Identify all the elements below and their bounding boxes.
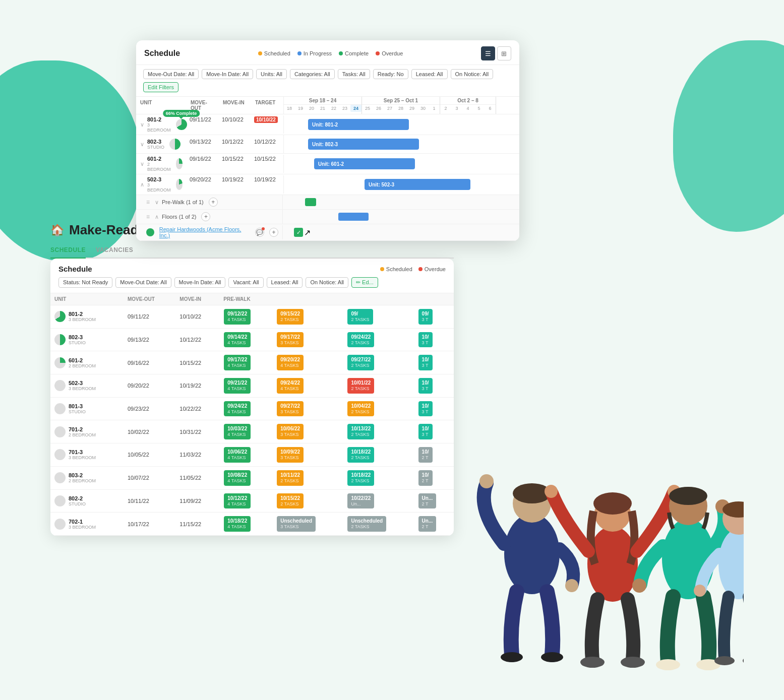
unit-cell-9: 702-1 3 BEDROOM xyxy=(50,513,124,536)
col6-chip-2[interactable]: 09/27/22 2 TASKS xyxy=(347,355,374,370)
prewalk-add-btn[interactable]: + xyxy=(209,198,218,207)
day-1: 1 xyxy=(429,105,440,112)
col6-chip-0[interactable]: 09/ 2 TASKS xyxy=(347,309,373,325)
prewalk-chip-7[interactable]: 10/08/22 4 TASKS xyxy=(224,470,251,486)
prewalk-chip-2[interactable]: 09/17/22 4 TASKS xyxy=(224,355,251,370)
prewalk-chip-3[interactable]: 09/21/22 4 TASKS xyxy=(224,378,251,394)
prewalk-chip-5[interactable]: 10/03/22 4 TASKS xyxy=(224,424,251,439)
house-icon: 🏠 xyxy=(50,224,64,237)
col7-chip-7[interactable]: 10/ 2 T xyxy=(418,470,433,486)
filter-ready[interactable]: Ready: No xyxy=(373,69,408,79)
lower-legend: Scheduled Overdue xyxy=(380,266,446,272)
col6-chip-6[interactable]: 10/18/22 2 TASKS xyxy=(347,447,374,463)
col6-chip-7[interactable]: 10/18/22 2 TASKS xyxy=(347,470,374,486)
th-unit: Unit xyxy=(50,293,124,305)
col7-chip-0[interactable]: 09/ 3 T xyxy=(418,309,433,325)
col6-chip-8[interactable]: 10/22/22 Un... xyxy=(347,493,374,509)
list-view-btn[interactable]: ☰ xyxy=(481,46,495,60)
col5-chip-5[interactable]: 10/06/22 3 TASKS xyxy=(277,424,304,439)
col6-chip-4[interactable]: 10/04/22 2 TASKS xyxy=(347,401,374,417)
moveout-502-3: 09/20/22 xyxy=(187,174,219,195)
lower-legend-scheduled-label: Scheduled xyxy=(386,266,412,272)
drag-handle-prewalk[interactable]: ≡ xyxy=(146,199,150,206)
moveout-cell-9: 10/17/22 xyxy=(124,513,175,536)
filter-movein[interactable]: Move-In Date: All xyxy=(202,69,253,79)
progress-badge-801-2: 66% Complete xyxy=(163,110,200,117)
col5-chip-6[interactable]: 10/09/22 3 TASKS xyxy=(277,447,304,463)
unit-name-9: 702-1 xyxy=(69,519,96,525)
movein-cell-7: 11/05/22 xyxy=(175,466,219,489)
filter-categories[interactable]: Categories: All xyxy=(290,69,335,79)
col5-chip-3[interactable]: 09/24/22 4 TASKS xyxy=(277,378,304,394)
filter-moveout[interactable]: Move-Out Date: All xyxy=(143,69,199,79)
lower-filter-leased[interactable]: Leased: All xyxy=(267,277,303,288)
th-movein: Move-In xyxy=(175,293,219,305)
tab-vacancies[interactable]: VACANCIES xyxy=(96,242,133,259)
top-legend: Scheduled In Progress Complete Overdue xyxy=(258,50,403,56)
repair-add-btn[interactable]: + xyxy=(269,228,278,237)
filter-units[interactable]: Units: All xyxy=(256,69,287,79)
col7-chip-3[interactable]: 10/ 3 T xyxy=(418,378,433,394)
activity-btn[interactable]: 💬 xyxy=(255,228,264,237)
col7-chip-1[interactable]: 10/ 3 T xyxy=(418,332,433,348)
gantt-row-802-3: ∨ 802-3 STUDIO 09/13/22 10/12/22 10/12/2… xyxy=(136,135,519,154)
tab-schedule[interactable]: SCHEDULE xyxy=(50,242,86,259)
col5-chip-8[interactable]: 10/15/22 2 TASKS xyxy=(277,493,304,509)
unit-cell-801-2: ∨ 801-2 3 BEDROOM 66% Complete xyxy=(136,114,187,135)
unit-type-0: 3 BEDROOM xyxy=(69,317,96,322)
unit-type-601-2: 2 BEDROOM xyxy=(147,162,171,172)
grid-view-btn[interactable]: ⊞ xyxy=(497,46,511,60)
prewalk-chip-9[interactable]: 10/18/22 4 TASKS xyxy=(224,516,251,532)
col7-chip-2[interactable]: 10/ 3 T xyxy=(418,355,433,370)
svg-point-17 xyxy=(632,579,646,593)
day-30: 30 xyxy=(417,105,429,112)
col7-chip-4[interactable]: 10/ 3 T xyxy=(418,401,433,417)
col5-chip-7[interactable]: 10/11/22 2 TASKS xyxy=(277,470,304,486)
filter-on-notice[interactable]: On Notice: All xyxy=(451,69,494,79)
lower-card-title: Schedule xyxy=(58,265,92,273)
week-label-sep25: Sep 25 – Oct 1 xyxy=(362,97,440,105)
edit-filters-btn[interactable]: Edit Filters xyxy=(143,82,178,92)
filter-tasks[interactable]: Tasks: All xyxy=(338,69,370,79)
prewalk-chip-4[interactable]: 09/24/22 4 TASKS xyxy=(224,401,251,417)
floors-add-btn[interactable]: + xyxy=(201,212,210,221)
lower-filter-movein[interactable]: Move-In Date: All xyxy=(174,277,226,288)
th-col6 xyxy=(343,293,413,305)
lower-filter-moveout[interactable]: Move-Out Date: All xyxy=(115,277,171,288)
filter-leased[interactable]: Leased: All xyxy=(411,69,448,79)
task-table: Unit Move-Out Move-In Pre-Walk 801-2 xyxy=(50,293,454,536)
unit-type-1: STUDIO xyxy=(69,340,86,345)
table-row-6: 701-3 3 BEDROOM 10/05/22 11/03/22 10/06/… xyxy=(50,443,454,467)
prewalk-chip-6[interactable]: 10/06/22 4 TASKS xyxy=(224,447,251,463)
prewalk-chip-0[interactable]: 09/12/22 4 TASKS xyxy=(224,309,251,325)
lower-filter-onnotice[interactable]: On Notice: All xyxy=(306,277,348,288)
lower-filter-vacant[interactable]: Vacant: All xyxy=(228,277,263,288)
prewalk-cell-0: 09/12/22 4 TASKS xyxy=(219,305,272,329)
col6-chip-3[interactable]: 10/01/22 2 TASKS xyxy=(347,378,374,394)
col5-chip-1[interactable]: 09/17/22 3 TASKS xyxy=(277,332,304,348)
prewalk-chip-1[interactable]: 09/14/22 4 TASKS xyxy=(224,332,251,348)
col6-chip-1[interactable]: 09/24/22 2 TASKS xyxy=(347,332,374,348)
svg-point-26 xyxy=(743,656,744,665)
col7-chip-6[interactable]: 10/ 2 T xyxy=(418,447,433,463)
complete-dot xyxy=(339,51,343,55)
lower-edit-filters-btn[interactable]: ✏ Ed... xyxy=(351,277,378,288)
lower-filter-status[interactable]: Status: Not Ready xyxy=(58,277,112,288)
movein-cell-9: 11/15/22 xyxy=(175,513,219,536)
prewalk-chip-8[interactable]: 10/12/22 4 TASKS xyxy=(224,493,251,509)
col5-chip-9[interactable]: Unscheduled 3 TASKS xyxy=(277,516,316,532)
cursor-icon: ↗ xyxy=(304,228,311,237)
col5-chip-4[interactable]: 09/27/22 3 TASKS xyxy=(277,401,304,417)
repair-link[interactable]: Repair Hardwoods (Acme Floors, Inc.) xyxy=(159,226,253,238)
lower-card-scroll: Unit Move-Out Move-In Pre-Walk 801-2 xyxy=(50,293,454,536)
col6-chip-9[interactable]: Unscheduled 2 TASKS xyxy=(347,516,386,532)
col5-chip-2[interactable]: 09/20/22 4 TASKS xyxy=(277,355,304,370)
col5-chip-0[interactable]: 09/15/22 2 TASKS xyxy=(277,309,304,325)
movein-802-3: 10/12/22 xyxy=(219,137,251,152)
col6-cell-0: 09/ 2 TASKS xyxy=(343,305,413,329)
drag-handle-floors[interactable]: ≡ xyxy=(146,213,150,220)
col6-chip-5[interactable]: 10/13/22 2 TASKS xyxy=(347,424,374,439)
col5-cell-7: 10/11/22 2 TASKS xyxy=(272,466,343,489)
col7-chip-5[interactable]: 10/ 3 T xyxy=(418,424,433,439)
prewalk-bar xyxy=(305,198,316,206)
